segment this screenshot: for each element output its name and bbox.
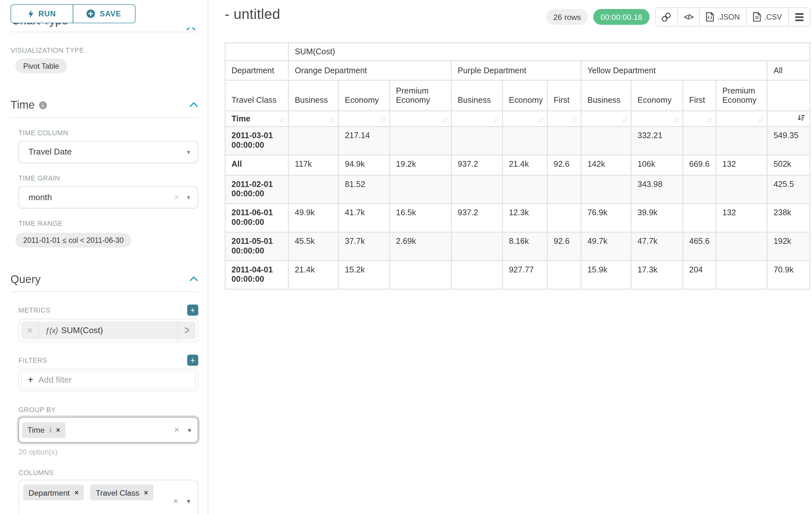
- sort-cell[interactable]: ↓↑: [683, 111, 716, 127]
- sort-icon[interactable]: ↓↑: [673, 114, 678, 124]
- sort-cell[interactable]: ↓↑: [451, 111, 502, 127]
- columns-chip[interactable]: Department ×: [23, 484, 84, 500]
- metric-name: SUM(Cost): [61, 326, 103, 335]
- sort-icon[interactable]: ↓↑: [758, 114, 762, 124]
- chevron-down-icon: ▼: [185, 498, 191, 505]
- pivot-cell: [389, 261, 451, 290]
- add-filter-plus-button[interactable]: +: [187, 355, 198, 366]
- pivot-cell: [451, 175, 502, 204]
- save-button[interactable]: SAVE: [72, 4, 136, 23]
- sort-icon[interactable]: ↓↑: [572, 114, 576, 124]
- time-range-pill[interactable]: 2011-01-01 ≤ col < 2011-06-30: [16, 233, 132, 248]
- sort-icon[interactable]: ↓↑: [538, 114, 543, 124]
- columns-chip[interactable]: Travel Class ×: [90, 484, 153, 500]
- group-by-options-hint: 20 option(s): [19, 448, 198, 456]
- group-by-chip[interactable]: Time i ×: [22, 422, 65, 437]
- pivot-cell: [451, 127, 502, 155]
- time-sort-cell[interactable]: Time ↓↑: [225, 111, 289, 127]
- metric-header-cell: SUM(Cost): [289, 43, 810, 61]
- sort-icon[interactable]: ↓↑: [279, 114, 284, 124]
- row-label: 2011-05-01 00:00:00: [225, 232, 289, 261]
- sort-cell[interactable]: ↓↑: [547, 111, 581, 127]
- sort-cell[interactable]: ↓↑: [716, 111, 767, 127]
- chevron-down-icon: ▼: [185, 149, 191, 155]
- column-header: First: [547, 80, 581, 111]
- clear-icon[interactable]: ×: [174, 192, 179, 203]
- visualization-type-pill[interactable]: Pivot Table: [16, 58, 67, 73]
- time-grain-value: month: [29, 193, 174, 202]
- pivot-cell: [502, 175, 548, 204]
- pivot-cell: 502k: [767, 155, 810, 175]
- link-icon: [662, 12, 671, 22]
- pivot-cell: [289, 127, 339, 155]
- chevron-up-icon[interactable]: [190, 100, 198, 110]
- sort-cell[interactable]: ↓↑: [631, 111, 683, 127]
- pivot-cell: 2.69k: [389, 232, 451, 261]
- add-filter-button[interactable]: + Add filter: [21, 372, 196, 389]
- function-icon: ƒ(x): [45, 326, 58, 334]
- chevron-up-icon[interactable]: [190, 274, 198, 284]
- export-button-group: </> .JSON .CSV: [655, 7, 810, 26]
- time-section-header[interactable]: Time i: [10, 99, 198, 111]
- chevron-right-icon[interactable]: >: [178, 318, 196, 343]
- sort-cell[interactable]: ↓↑: [502, 111, 548, 127]
- pivot-cell: [547, 127, 581, 155]
- table-row: 2011-05-01 00:00:0045.5k37.7k2.69k8.16k9…: [225, 232, 810, 261]
- sort-cell[interactable]: ↓↑: [289, 111, 339, 127]
- pivot-cell: 343.98: [631, 175, 683, 204]
- section-collapse-caret-clipped[interactable]: [185, 27, 197, 31]
- export-csv-button[interactable]: .CSV: [747, 8, 789, 26]
- remove-chip-icon[interactable]: ×: [75, 489, 78, 497]
- export-json-label: .JSON: [717, 12, 740, 21]
- sort-icon[interactable]: ↓↑: [622, 114, 627, 124]
- view-query-button[interactable]: </>: [677, 8, 700, 26]
- columns-select[interactable]: Department × Travel Class × × ▼: [19, 480, 198, 514]
- sort-icon[interactable]: ↓↑: [493, 114, 498, 124]
- sort-icon[interactable]: ↓↑: [706, 114, 711, 124]
- query-section-header[interactable]: Query: [10, 273, 198, 285]
- filters-label: FILTERS: [19, 356, 48, 364]
- remove-chip-icon[interactable]: ×: [144, 489, 148, 497]
- sort-cell[interactable]: ↓↑: [339, 111, 389, 127]
- sort-header-row: Time ↓↑ ↓↑↓↑↓↑↓↑↓↑↓↑↓↑↓↑↓↑↓↑: [225, 111, 810, 127]
- pivot-cell: [716, 232, 767, 261]
- add-filter-label: Add filter: [38, 375, 72, 385]
- pivot-cell: 8.16k: [502, 232, 548, 261]
- sort-cell[interactable]: ↓↑: [581, 111, 631, 127]
- code-icon: </>: [684, 12, 693, 21]
- pivot-cell: [289, 175, 339, 204]
- sort-icon[interactable]: ↓↑: [380, 114, 385, 124]
- clear-icon[interactable]: ×: [174, 425, 179, 435]
- visualization-type-label: VISUALIZATION TYPE: [10, 47, 198, 55]
- time-grain-select[interactable]: month × ▼: [19, 186, 198, 209]
- clear-icon[interactable]: ×: [173, 496, 178, 507]
- group-header: Purple Department: [451, 61, 581, 80]
- pivot-cell: [389, 175, 451, 204]
- sort-cell[interactable]: [767, 111, 810, 127]
- pivot-cell: 204: [683, 261, 716, 290]
- sort-desc-active-icon[interactable]: [797, 114, 805, 124]
- metric-item[interactable]: × ƒ(x) SUM(Cost) >: [21, 322, 196, 340]
- columns-label: COLUMNS: [19, 469, 198, 477]
- run-button[interactable]: RUN: [10, 4, 74, 23]
- hamburger-icon: [795, 13, 804, 21]
- pivot-cell: [451, 232, 502, 261]
- sort-icon[interactable]: ↓↑: [442, 114, 447, 124]
- column-header: Economy: [339, 80, 389, 111]
- column-header: First: [683, 80, 716, 111]
- copy-link-button[interactable]: [656, 8, 677, 26]
- chip-label: Travel Class: [96, 488, 139, 497]
- menu-button[interactable]: [789, 8, 810, 26]
- pivot-cell: 76.9k: [581, 204, 631, 232]
- sort-icon[interactable]: ↓↑: [329, 114, 334, 124]
- add-metric-button[interactable]: +: [187, 304, 198, 316]
- chart-title[interactable]: - untitled: [225, 6, 280, 23]
- group-by-select[interactable]: Time i × × ▼: [19, 417, 198, 443]
- time-column-select[interactable]: Travel Date ▼: [19, 141, 198, 163]
- export-json-button[interactable]: .JSON: [700, 8, 747, 26]
- column-header: Business: [581, 80, 631, 111]
- remove-metric-icon[interactable]: ×: [21, 322, 39, 340]
- sort-cell[interactable]: ↓↑: [389, 111, 451, 127]
- export-csv-label: .CSV: [764, 12, 782, 21]
- remove-chip-icon[interactable]: ×: [56, 426, 60, 434]
